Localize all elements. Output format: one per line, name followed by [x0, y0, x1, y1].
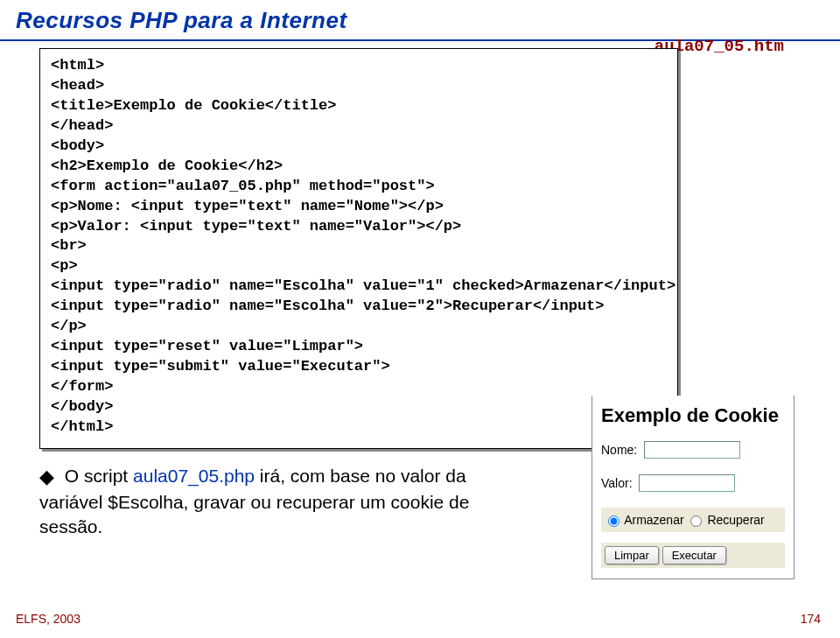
footer-right: 174: [801, 612, 821, 626]
nome-label: Nome:: [601, 443, 637, 457]
page-title: Recursos PHP para a Internet: [0, 0, 840, 41]
bullet-link: aula07_05.php: [133, 466, 255, 486]
bullet-prefix: O script: [65, 466, 133, 486]
form-heading: Exemplo de Cookie: [601, 404, 785, 427]
reset-button[interactable]: Limpar: [605, 546, 659, 564]
radio-recuperar[interactable]: [690, 515, 702, 527]
nome-field[interactable]: [644, 441, 740, 459]
valor-label: Valor:: [601, 476, 633, 490]
code-block: <html> <head> <title>Exemplo de Cookie</…: [39, 48, 678, 449]
bullet-item: ◆ O script aula07_05.php irá, com base n…: [39, 464, 503, 539]
radio-recuperar-label: Recuperar: [707, 513, 764, 527]
footer-left: ELFS, 2003: [16, 612, 80, 626]
bullet-icon: ◆: [39, 464, 54, 490]
valor-field[interactable]: [639, 474, 735, 492]
browser-preview: Exemplo de Cookie Nome: Valor: Armazenar…: [592, 396, 794, 579]
radio-armazenar[interactable]: [608, 515, 620, 527]
submit-button[interactable]: Executar: [662, 546, 726, 564]
radio-armazenar-label: Armazenar: [624, 513, 683, 527]
